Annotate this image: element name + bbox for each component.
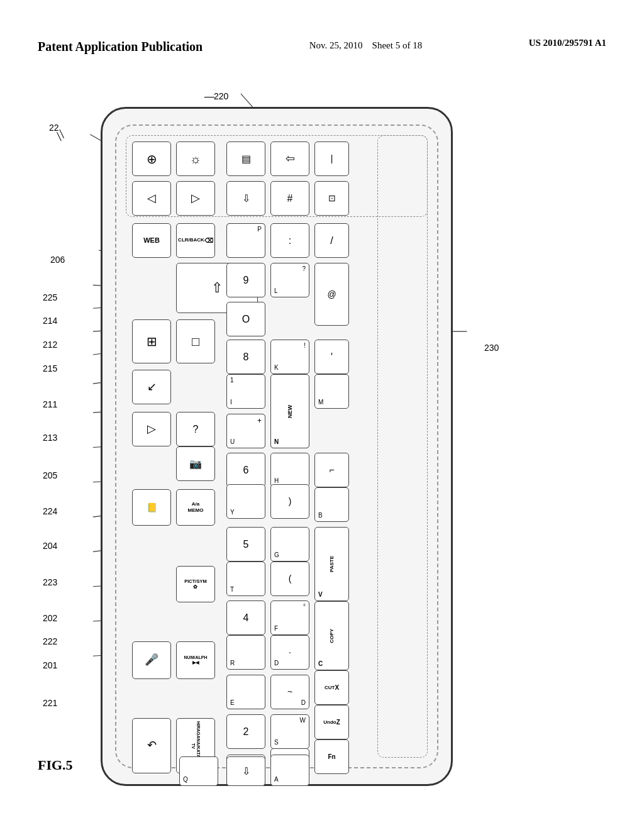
key-tri-left[interactable]: ◁ [132, 181, 171, 216]
key-question[interactable]: ? [176, 412, 215, 446]
key-dot[interactable]: ' [314, 340, 349, 374]
key-B[interactable]: B [314, 487, 349, 522]
key-6[interactable]: 6 [226, 453, 265, 487]
key-fn[interactable]: Fn [314, 739, 349, 774]
ref-202: 202 [43, 613, 57, 623]
key-M[interactable]: M [314, 374, 349, 409]
key-paste[interactable]: PASTE V [314, 527, 349, 601]
ref-223: 223 [43, 577, 57, 587]
keyboard-body: ⊕ ☼ ▤ ⇦ | ◁ ▷ ⇩ # ⊡ WEB CLR/BACK [101, 107, 453, 786]
key-P[interactable]: P [226, 223, 265, 258]
patent-number: US 2010/295791 A1 [529, 38, 606, 48]
ref-22-slash: // [52, 126, 69, 143]
key-wifi-arrow[interactable]: ↶ [132, 718, 171, 773]
key-5[interactable]: 5 [226, 527, 265, 562]
key-web[interactable]: WEB [132, 223, 171, 258]
key-plus[interactable]: + U [226, 414, 265, 448]
key-K[interactable]: K ! [270, 340, 309, 374]
key-copy[interactable]: COPY C [314, 601, 349, 670]
key-addr-book[interactable]: 📒 [132, 489, 171, 526]
page-header: Patent Application Publication Nov. 25, … [0, 38, 644, 55]
key-R[interactable]: R [226, 635, 265, 670]
figure-diagram: 22 // 220 — 230 206 225 214 212 215 211 … [38, 88, 606, 755]
key-globe[interactable]: ⊕ [132, 141, 171, 176]
key-O[interactable]: O [226, 302, 265, 336]
ref-215: 215 [43, 363, 57, 374]
key-bracket[interactable]: ⌐ [314, 453, 349, 487]
figure-label: FIG.5 [38, 757, 73, 773]
key-period[interactable]: · D [270, 635, 309, 670]
key-tilde[interactable]: ~ D [270, 675, 309, 709]
key-Y[interactable]: Y [226, 484, 265, 519]
key-4[interactable]: 4 [226, 600, 265, 635]
key-new[interactable]: NEW N [270, 374, 309, 448]
ref-211: 211 [43, 399, 57, 409]
key-9[interactable]: 9 [226, 263, 265, 297]
key-pipe[interactable]: | [314, 141, 349, 176]
key-down-arr[interactable]: ⇩ [226, 756, 265, 786]
keyboard-inner: ⊕ ☼ ▤ ⇦ | ◁ ▷ ⇩ # ⊡ WEB CLR/BACK [115, 124, 438, 768]
key-T[interactable]: T [226, 562, 265, 596]
key-2[interactable]: 2 [226, 714, 265, 749]
key-power[interactable]: ☼ [176, 141, 215, 176]
ref-201: 201 [43, 660, 57, 670]
key-E[interactable]: E [226, 675, 265, 709]
key-check[interactable]: ▷ [132, 412, 171, 446]
key-8[interactable]: 8 [226, 340, 265, 374]
key-H[interactable]: H [270, 453, 309, 487]
right-section-230 [377, 135, 428, 758]
key-left-arrow[interactable]: ⇦ [270, 141, 309, 176]
ref-212: 212 [43, 340, 57, 350]
publication-date-sheet: Nov. 25, 2010 Sheet 5 of 18 [309, 38, 422, 53]
key-at[interactable]: @ [314, 263, 349, 326]
key-mic[interactable]: 🎤 [132, 641, 171, 679]
ref-206: 206 [50, 255, 65, 265]
key-rparen[interactable]: ) [270, 484, 309, 519]
key-I[interactable]: I 1 [226, 374, 265, 409]
ref-230: 230 [484, 343, 499, 353]
ref-213: 213 [43, 433, 57, 443]
key-square[interactable]: □ [176, 319, 215, 363]
key-camera[interactable]: 📷 [176, 446, 215, 481]
key-tri-right[interactable]: ▷ [176, 181, 215, 216]
key-pict-sym[interactable]: PICT/SYM✿ [176, 566, 215, 602]
key-lparen[interactable]: ( [270, 562, 309, 596]
ref-205: 205 [43, 470, 57, 480]
ref-225: 225 [43, 292, 57, 302]
key-doc[interactable]: ▤ [226, 141, 265, 176]
key-L[interactable]: L ? [270, 263, 309, 297]
key-G[interactable]: G [270, 527, 309, 562]
key-Q[interactable]: Q [179, 756, 218, 786]
ref-214: 214 [43, 316, 57, 326]
key-aa-memo[interactable]: A/aMEMO [176, 489, 215, 526]
key-hash[interactable]: # [270, 181, 309, 216]
key-slash[interactable]: / [314, 223, 349, 258]
key-cut[interactable]: CUT X [314, 670, 349, 705]
key-F[interactable]: F ° [270, 600, 309, 635]
key-num-alph[interactable]: NUM/ALPH▶◀ [176, 641, 215, 679]
key-clr-back[interactable]: CLR/BACK⌫ [176, 223, 215, 258]
key-undo[interactable]: Undo Z [314, 705, 349, 739]
key-colon[interactable]: : [270, 223, 309, 258]
key-S[interactable]: S W [270, 714, 309, 749]
key-dl-arrow[interactable]: ↙ [132, 370, 171, 404]
ref-204: 204 [43, 541, 57, 551]
ref-220: 220 [214, 91, 228, 101]
key-A[interactable]: A [270, 755, 309, 786]
key-grid[interactable]: ⊞ [132, 319, 171, 363]
ref-221: 221 [43, 698, 57, 708]
key-down-doc[interactable]: ⇩ [226, 181, 265, 216]
ref-222: 222 [43, 636, 57, 646]
key-monitor[interactable]: ⊡ [314, 181, 349, 216]
publication-title: Patent Application Publication [38, 38, 203, 55]
ref-224: 224 [43, 506, 57, 516]
